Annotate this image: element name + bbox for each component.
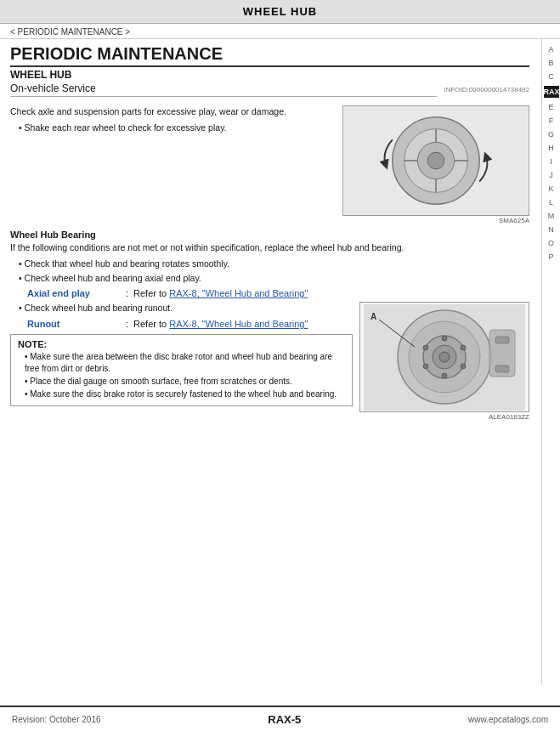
sidebar-letter-h[interactable]: H xyxy=(544,144,559,152)
sidebar-letter-l[interactable]: L xyxy=(544,198,559,207)
svg-point-19 xyxy=(423,364,428,369)
axial-spec-link[interactable]: RAX-8, "Wheel Hub and Bearing" xyxy=(169,288,308,298)
axial-spec-row: Axial end play : Refer to RAX-8, "Wheel … xyxy=(27,288,529,298)
wheel-bearing-heading: Wheel Hub Bearing xyxy=(10,230,529,240)
svg-text:A: A xyxy=(371,312,376,321)
footer-revision: Revision: October 2016 xyxy=(12,715,101,724)
bearing-bullet-0: Check that wheel hub and bearing rotates… xyxy=(19,258,529,271)
axial-spec-value: Refer to RAX-8, "Wheel Hub and Bearing" xyxy=(133,288,308,298)
breadcrumb: < PERIODIC MAINTENANCE > xyxy=(0,24,560,39)
sidebar-letter-n[interactable]: N xyxy=(544,225,559,234)
wheel-bearing-intro: If the following conditions are not met … xyxy=(10,241,529,255)
note-title: NOTE: xyxy=(18,339,345,349)
diagram2-caption: ALEA0183ZZ xyxy=(359,413,529,421)
runout-spec-link[interactable]: RAX-8, "Wheel Hub and Bearing" xyxy=(169,319,308,329)
main-content: PERIODIC MAINTENANCE WHEEL HUB On-vehicl… xyxy=(0,39,541,685)
sidebar-letter-i[interactable]: I xyxy=(544,157,559,166)
sidebar-letter-a[interactable]: A xyxy=(544,45,559,54)
axial-spec-label: Axial end play xyxy=(27,288,121,298)
runout-spec-text: Refer to xyxy=(133,319,169,329)
sidebar-letter-rax[interactable]: RAX xyxy=(544,86,559,98)
footer-page: RAX-5 xyxy=(268,713,301,726)
axial-spec-separator: : xyxy=(126,288,128,298)
sidebar-letter-o[interactable]: O xyxy=(544,239,559,247)
info-code: INFOID:0000000014738492 xyxy=(444,86,529,94)
sidebar-letter-b[interactable]: B xyxy=(544,59,559,67)
svg-rect-24 xyxy=(495,337,509,343)
svg-point-16 xyxy=(442,373,447,378)
wheel-svg xyxy=(343,106,529,215)
sidebar-letter-c[interactable]: C xyxy=(544,72,559,81)
svg-rect-25 xyxy=(495,366,509,372)
intro-text: Check axle and suspension parts for exce… xyxy=(10,105,336,119)
footer-bar: Revision: October 2016 RAX-5 www.epcatal… xyxy=(0,706,560,731)
sidebar-letter-g[interactable]: G xyxy=(544,130,559,139)
runout-spec-row: Runout : Refer to RAX-8, "Wheel Hub and … xyxy=(27,319,353,329)
sidebar-letter-f[interactable]: F xyxy=(544,116,559,125)
hub-diagram: A xyxy=(359,302,529,412)
svg-point-17 xyxy=(423,345,428,350)
note-bullet-2: Make sure the disc brake rotor is secure… xyxy=(25,388,345,400)
sidebar-letter-j[interactable]: J xyxy=(544,171,559,179)
svg-point-14 xyxy=(439,352,450,362)
wheel-diagram-top xyxy=(342,105,529,216)
hub-svg: A xyxy=(364,304,525,411)
note-bullet-0: Make sure the area between the disc brak… xyxy=(25,351,345,375)
svg-point-4 xyxy=(427,152,444,169)
sidebar-letter-e[interactable]: E xyxy=(544,103,559,111)
bearing-bullet-1: Check wheel hub and bearing axial end pl… xyxy=(19,272,529,286)
sidebar-letter-k[interactable]: K xyxy=(544,184,559,193)
diagram1-caption: SMA625A xyxy=(342,217,529,224)
section-main-title: PERIODIC MAINTENANCE xyxy=(10,44,529,67)
page-title: WHEEL HUB xyxy=(243,5,317,18)
section-service-heading: On-vehicle Service xyxy=(10,82,437,97)
runout-bullet: Check wheel hub and bearing runout. xyxy=(19,302,353,315)
svg-point-20 xyxy=(461,364,466,369)
svg-point-18 xyxy=(461,345,466,350)
axial-spec-text: Refer to xyxy=(133,288,169,298)
sidebar-letter-p[interactable]: P xyxy=(544,252,559,261)
sidebar-letter-m[interactable]: M xyxy=(544,212,559,220)
page-header-bar: WHEEL HUB xyxy=(0,0,560,24)
right-sidebar: A B C RAX E F G H I J K L M N O P xyxy=(541,39,560,685)
intro-bullet: Shake each rear wheel to check for exces… xyxy=(19,122,336,135)
runout-spec-value: Refer to RAX-8, "Wheel Hub and Bearing" xyxy=(133,319,308,329)
note-box: NOTE: Make sure the area between the dis… xyxy=(10,334,353,406)
section-subtitle: WHEEL HUB xyxy=(10,69,529,81)
breadcrumb-text: < PERIODIC MAINTENANCE > xyxy=(10,27,130,37)
footer-website: www.epcatalogs.com xyxy=(468,715,548,724)
runout-spec-separator: : xyxy=(126,319,128,329)
runout-spec-label: Runout xyxy=(27,319,121,329)
svg-point-15 xyxy=(442,336,447,341)
note-bullet-1: Place the dial gauge on smooth surface, … xyxy=(25,376,345,388)
